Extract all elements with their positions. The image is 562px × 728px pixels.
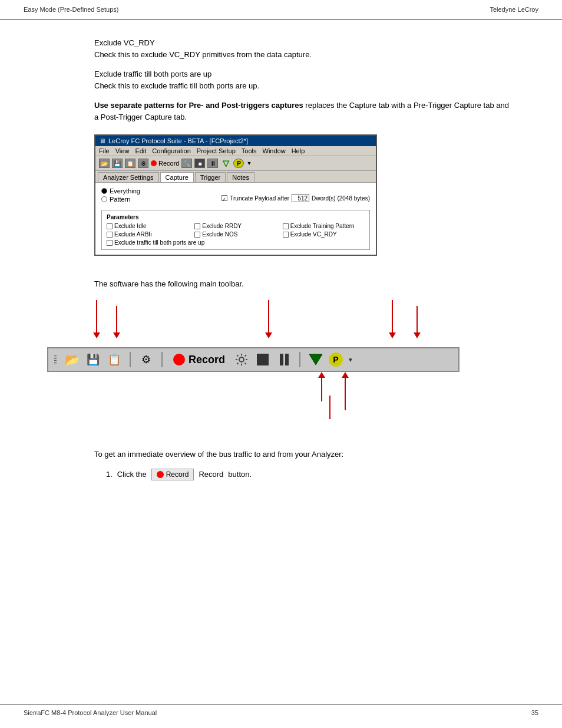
menu-help[interactable]: Help — [292, 147, 305, 154]
small-gear-icon[interactable]: ⚙ — [138, 159, 148, 168]
menu-file[interactable]: File — [99, 147, 110, 154]
cb-exclude-training: Exclude Training Pattern — [283, 223, 365, 229]
para-separate-patterns: Use separate patterns for Pre- and Post-… — [94, 100, 515, 123]
inline-record-label: Record — [166, 470, 189, 479]
cb-exclude-arbfi-box[interactable] — [107, 232, 113, 238]
menu-edit[interactable]: Edit — [135, 147, 146, 154]
toolbar-record-button[interactable]: Record — [170, 353, 229, 367]
small-list-icon[interactable]: 📋 — [125, 159, 135, 168]
toolbar-list-icon[interactable]: 📋 — [106, 352, 123, 367]
para2-title: Exclude traffic till both ports are up — [94, 68, 515, 80]
truncate-input[interactable] — [292, 194, 309, 202]
arrow-connector-line — [329, 396, 330, 419]
toolbar-gear-icon[interactable]: ⚙ — [138, 352, 154, 367]
cb-exclude-arbfi: Exclude ARBfi — [107, 231, 189, 238]
cb-exclude-vcrdy: Exclude VC_RDY — [283, 231, 365, 238]
small-p-icon[interactable]: P — [233, 159, 244, 168]
screenshot-box: 🖥 LeCroy FC Protocol Suite - BETA - [FCP… — [94, 134, 377, 256]
small-v-icon[interactable]: ▽ — [220, 159, 231, 168]
arrow-record — [265, 300, 272, 338]
bottom-text-section: To get an immediate overview of the bus … — [94, 449, 515, 480]
toolbar-sep3 — [299, 352, 300, 367]
toolbar-intro: The software has the following main tool… — [94, 279, 515, 288]
screenshot-menu-bar: File View Edit Configuration Project Set… — [95, 146, 376, 156]
arrow-up-settings — [318, 372, 325, 401]
menu-configuration[interactable]: Configuration — [152, 147, 190, 154]
arrow-up-stop — [342, 372, 349, 410]
radio-pattern[interactable] — [101, 196, 107, 202]
small-record-dot — [151, 160, 157, 166]
toolbar-record-dot — [173, 354, 185, 365]
list-item1-bold: Record — [199, 470, 223, 479]
toolbar-open-icon[interactable]: 📂 — [64, 352, 80, 367]
svg-point-0 — [239, 357, 244, 362]
main-content: Exclude VC_RDY Check this to exclude VC_… — [0, 19, 562, 516]
cb-exclude-nos-box[interactable] — [194, 232, 200, 238]
list-item1-suffix: button. — [228, 470, 252, 479]
small-pause-icon[interactable]: ⏸ — [207, 159, 218, 168]
cb-exclude-traffic-box[interactable] — [107, 240, 113, 246]
radio-pattern-row: Pattern — [101, 196, 140, 203]
header-left: Easy Mode (Pre-Defined Setups) — [24, 6, 118, 13]
para3-bold: Use separate patterns for Pre- and Post-… — [94, 101, 303, 110]
footer-right: 35 — [531, 709, 538, 716]
inline-record-button[interactable]: Record — [151, 469, 194, 480]
radio-everything-row: Everything — [101, 187, 140, 195]
arrow-v — [389, 300, 396, 338]
small-dropdown-icon[interactable]: ▼ — [246, 160, 252, 166]
svg-marker-1 — [309, 354, 322, 365]
header-right: Teledyne LeCroy — [490, 6, 538, 13]
small-settings2-icon[interactable]: 🔧 — [181, 159, 192, 168]
menu-project-setup[interactable]: Project Setup — [197, 147, 236, 154]
toolbar-sep1 — [130, 352, 131, 367]
cb-exclude-vcrdy-box[interactable] — [283, 232, 289, 238]
big-toolbar-section: The software has the following main tool… — [47, 279, 515, 425]
small-save-icon[interactable]: 💾 — [112, 159, 123, 168]
menu-window[interactable]: Window — [263, 147, 286, 154]
tab-trigger[interactable]: Trigger — [195, 172, 226, 182]
toolbar-save-icon[interactable]: 💾 — [85, 352, 101, 367]
small-folder-icon[interactable]: 📂 — [99, 159, 110, 168]
menu-view[interactable]: View — [115, 147, 130, 154]
para1-body: Check this to exclude VC_RDY primitives … — [94, 49, 515, 61]
small-record-button[interactable]: Record — [151, 160, 179, 167]
list-item-1: 1. Click the Record Record button. — [106, 469, 515, 480]
tab-analyzer-settings[interactable]: Analyzer Settings — [98, 172, 159, 182]
menu-tools[interactable]: Tools — [242, 147, 257, 154]
toolbar-pause-icon[interactable] — [276, 352, 292, 367]
cb-exclude-nos: Exclude NOS — [194, 231, 276, 238]
list-num: 1. — [106, 470, 113, 479]
cb-exclude-idle-box[interactable] — [107, 223, 113, 229]
toolbar-record-label: Record — [189, 354, 225, 366]
truncate-checkbox[interactable] — [222, 195, 227, 201]
toolbar-settings-icon[interactable] — [233, 352, 250, 367]
radio-everything[interactable] — [101, 188, 107, 194]
screenshot-body: Everything Pattern Truncate Payload afte… — [95, 183, 376, 255]
cb-exclude-rrdy-box[interactable] — [194, 223, 200, 229]
footer-left: SierraFC M8-4 Protocol Analyzer User Man… — [24, 709, 157, 716]
toolbar-p-icon[interactable]: P — [329, 353, 343, 367]
capture-radio-group: Everything Pattern — [101, 187, 140, 203]
screenshot-icon: 🖥 — [99, 137, 105, 144]
cb-exclude-training-box[interactable] — [283, 223, 289, 229]
grip-handle — [54, 355, 57, 364]
small-stop-icon[interactable]: ■ — [194, 159, 205, 168]
toolbar-stop-icon[interactable] — [254, 352, 271, 367]
truncate-group: Truncate Payload after Dword(s) (2048 by… — [222, 190, 370, 206]
big-toolbar: 📂 💾 📋 ⚙ Record — [47, 347, 459, 372]
para-exclude-traffic: Exclude traffic till both ports are up C… — [94, 68, 515, 91]
arrow-folder — [93, 300, 100, 338]
tab-capture[interactable]: Capture — [160, 172, 194, 182]
toolbar-dropdown-arrow[interactable]: ▼ — [348, 357, 353, 363]
para2-body: Check this to exclude traffic till both … — [94, 80, 515, 92]
toolbar-v-icon[interactable] — [308, 352, 324, 367]
para-exclude-vcrdy: Exclude VC_RDY Check this to exclude VC_… — [94, 37, 515, 60]
toolbar-sep2 — [161, 352, 163, 367]
parameters-group: Parameters Exclude Idle Exclude RRDY Exc… — [101, 210, 370, 250]
tab-notes[interactable]: Notes — [227, 172, 254, 182]
arrow-p — [414, 306, 421, 338]
above-arrows-container — [47, 300, 459, 347]
page-header: Easy Mode (Pre-Defined Setups) Teledyne … — [0, 0, 562, 19]
screenshot-toolbar: 📂 💾 📋 ⚙ Record 🔧 ■ ⏸ ▽ P ▼ — [95, 156, 376, 171]
inline-record-dot — [157, 471, 164, 478]
